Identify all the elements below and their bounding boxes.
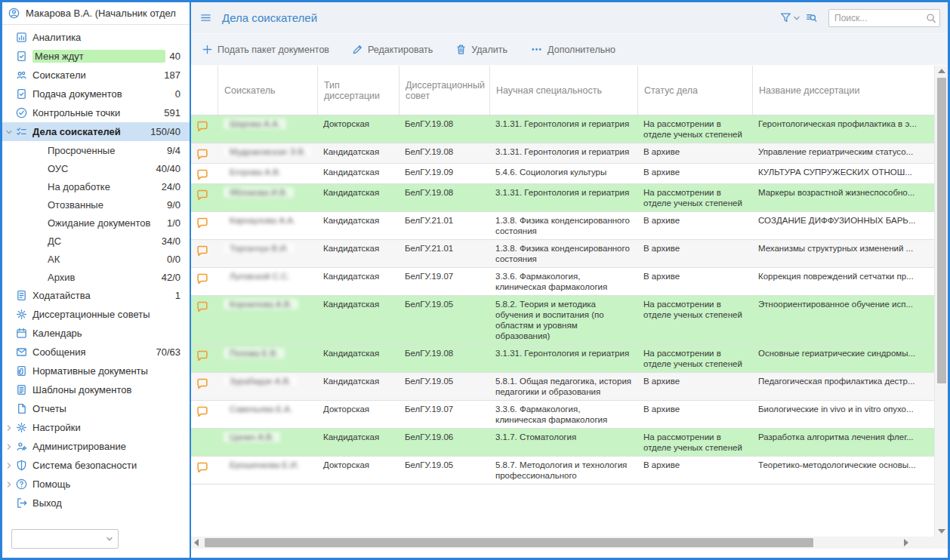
table-row[interactable]: Карнаухова А.А. Кандидатская БелГУ.21.01… xyxy=(191,212,934,240)
sidebar-item[interactable]: На доработке 24/0 xyxy=(2,177,190,195)
vertical-scrollbar[interactable] xyxy=(934,66,948,537)
comment-icon[interactable] xyxy=(196,189,213,201)
sidebar-footer-select[interactable] xyxy=(11,529,119,549)
table-row[interactable]: Ерошенкова Е.И. Докторская БелГУ.19.05 5… xyxy=(191,457,934,485)
sidebar-item[interactable]: Шаблоны документов xyxy=(2,380,190,399)
council-cell: БелГУ.19.08 xyxy=(399,184,490,211)
table-row[interactable]: Зурабидзе А.В. Кандидатская БелГУ.19.05 … xyxy=(191,373,934,401)
sidebar-item-label: Календарь xyxy=(32,328,176,339)
user-row[interactable]: Макарова В.А. (Начальник отдел xyxy=(2,2,190,25)
table-row[interactable]: Корнилова А.В. Кандидатская БелГУ.19.05 … xyxy=(191,296,934,345)
table-column-header[interactable]: Статус дела xyxy=(638,66,753,115)
chevron-right-icon[interactable] xyxy=(5,424,13,432)
comment-icon[interactable] xyxy=(196,349,213,362)
comment-icon[interactable] xyxy=(196,148,213,160)
table-column-header[interactable]: Название диссертации xyxy=(753,66,934,115)
applicant-cell: Карнаухова А.А. xyxy=(218,212,318,239)
scroll-down-arrow[interactable] xyxy=(938,529,945,534)
sidebar-item-count: 1 xyxy=(175,290,180,301)
table-row[interactable]: Яблокова И.В. Кандидатская БелГУ.19.08 3… xyxy=(191,184,934,212)
sidebar-item[interactable]: Система безопасности xyxy=(2,456,190,475)
sidebar-item[interactable]: Подача документов 0 xyxy=(2,85,190,103)
page-title: Дела соискателей xyxy=(222,11,317,24)
sidebar-item[interactable]: Диссертационные советы xyxy=(2,305,190,324)
sidebar-item-label: Просроченные xyxy=(48,145,162,156)
filter-button[interactable] xyxy=(780,12,800,23)
menu-toggle[interactable] xyxy=(200,12,211,23)
comment-cell xyxy=(191,212,218,239)
dissertation-type-cell: Кандидатская xyxy=(318,429,399,456)
sidebar-item[interactable]: Ожидание документов 1/0 xyxy=(2,214,190,232)
sidebar-item[interactable]: Администрирование xyxy=(2,437,190,456)
sidebar-item[interactable]: ДС 34/0 xyxy=(2,232,190,250)
sidebar-item[interactable]: Дела соискателей 150/40 xyxy=(2,122,190,141)
comment-icon[interactable] xyxy=(196,461,213,473)
table-row[interactable]: Савельева Е.А. Докторская БелГУ.19.07 3.… xyxy=(191,401,934,429)
chevron-down-icon[interactable] xyxy=(5,128,13,136)
table-row[interactable]: Егорова А.В. Кандидатская БелГУ.19.09 5.… xyxy=(191,164,934,184)
comment-icon[interactable] xyxy=(196,377,213,389)
sidebar-item[interactable]: Отозванные 9/0 xyxy=(2,195,190,214)
table-row[interactable]: Торганчук В.И. Кандидатская БелГУ.21.01 … xyxy=(191,240,934,268)
scroll-left-arrow[interactable] xyxy=(194,539,199,546)
comment-icon[interactable] xyxy=(196,217,213,229)
dissertation-type-cell: Кандидатская xyxy=(318,345,399,372)
table-row[interactable]: Луговской С.С. Кандидатская БелГУ.19.07 … xyxy=(191,268,934,296)
table-row[interactable]: Мудраковская Э.В. Кандидатская БелГУ.19.… xyxy=(191,143,934,164)
table-column-header[interactable]: Тип диссертации xyxy=(318,66,399,115)
table-row[interactable]: Цанин А.В. Кандидатская БелГУ.19.06 3.1.… xyxy=(191,429,934,457)
applicant-name-blurred: Савельева Е.А. xyxy=(224,404,298,414)
table-column-header[interactable]: Научная специальность xyxy=(490,66,638,115)
comment-icon[interactable] xyxy=(196,300,213,312)
sidebar-item[interactable]: Просроченные 9/4 xyxy=(2,141,190,159)
chevron-right-icon[interactable] xyxy=(5,462,13,469)
dissertation-title-cell: Теоретико-методологические основы... xyxy=(753,457,934,484)
search-input[interactable] xyxy=(828,9,940,27)
horizontal-scrollbar-thumb[interactable] xyxy=(205,538,813,547)
sidebar-item[interactable]: Календарь xyxy=(2,324,190,343)
sidebar-item[interactable]: Аналитика xyxy=(2,28,190,47)
comment-icon[interactable] xyxy=(196,405,213,417)
toolbar: Подать пакет документов Редактировать Уд… xyxy=(191,34,948,66)
sidebar-item[interactable]: Архив 42/0 xyxy=(2,268,190,286)
horizontal-scrollbar-track[interactable] xyxy=(202,537,901,549)
comment-icon[interactable] xyxy=(196,168,213,180)
toolbar-button[interactable]: Подать пакет документов xyxy=(202,44,329,55)
sidebar-item[interactable]: Меня ждут 40 xyxy=(2,47,190,66)
toolbar-button[interactable]: Удалить xyxy=(455,44,507,55)
sidebar-item[interactable]: Соискатели 187 xyxy=(2,66,190,85)
chevron-right-icon[interactable] xyxy=(5,443,13,451)
sidebar-item[interactable]: Сообщения 70/63 xyxy=(2,343,190,362)
sidebar-item[interactable]: Отчеты xyxy=(2,399,190,418)
toolbar-button[interactable]: Дополнительно xyxy=(530,44,615,55)
app-window: Макарова В.А. (Начальник отдел Аналитика… xyxy=(0,0,950,560)
table-row[interactable]: Шарова А.А. Докторская БелГУ.19.08 3.1.3… xyxy=(191,115,934,143)
applicant-name-blurred: Мудраковская Э.В. xyxy=(224,146,312,157)
sidebar-item[interactable]: Нормативные документы xyxy=(2,362,190,380)
table-column-header[interactable]: Диссертационный совет xyxy=(399,66,490,115)
table-column-header[interactable] xyxy=(191,66,218,115)
comment-icon[interactable] xyxy=(196,272,213,285)
sidebar-item[interactable]: Ходатайства 1 xyxy=(2,286,190,305)
sidebar-item[interactable]: Помощь xyxy=(2,475,190,494)
sidebar-item[interactable]: Выход xyxy=(2,494,190,512)
doc-check-icon xyxy=(16,88,32,100)
sidebar-item[interactable]: Контрольные точки 591 xyxy=(2,103,190,122)
comment-icon[interactable] xyxy=(196,245,213,257)
scroll-right-arrow[interactable] xyxy=(904,539,908,546)
toolbar-button[interactable]: Редактировать xyxy=(352,44,433,55)
table-row[interactable]: Попова Е.В. Кандидатская БелГУ.19.08 3.1… xyxy=(191,345,934,373)
sidebar-item[interactable]: АК 0/0 xyxy=(2,250,190,268)
vertical-scrollbar-thumb[interactable] xyxy=(937,78,946,383)
chevron-down-icon xyxy=(106,535,113,543)
advanced-search-button[interactable] xyxy=(806,12,817,23)
sidebar-item[interactable]: ОУС 40/40 xyxy=(2,159,190,177)
comment-cell xyxy=(191,143,218,163)
table-column-header[interactable]: Соискатель xyxy=(218,66,318,115)
horizontal-scrollbar[interactable] xyxy=(191,537,934,549)
sidebar-item[interactable]: Настройки xyxy=(2,418,190,437)
chevron-right-icon[interactable] xyxy=(5,481,13,488)
sidebar-item-count: 70/63 xyxy=(156,346,180,358)
scroll-up-arrow[interactable] xyxy=(938,69,945,73)
comment-icon[interactable] xyxy=(196,120,213,132)
